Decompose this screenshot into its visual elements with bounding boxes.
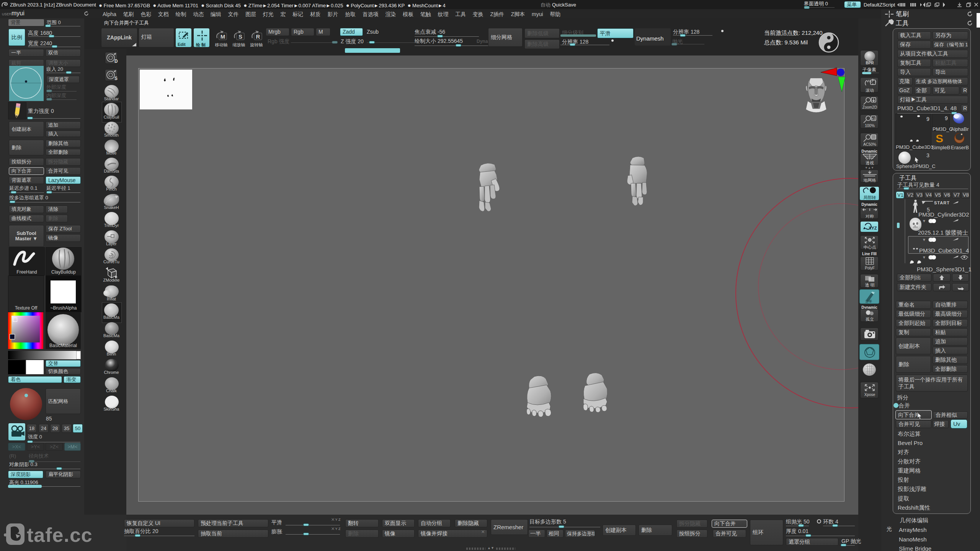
svg-text:XYZ: XYZ bbox=[869, 226, 877, 230]
svg-text:S: S bbox=[936, 132, 943, 145]
svg-text:tafe.cc: tafe.cc bbox=[27, 524, 93, 546]
svg-text:D: D bbox=[114, 59, 118, 64]
svg-text:缩放轴: 缩放轴 bbox=[233, 42, 245, 47]
svg-text:逐帯: 逐帯 bbox=[865, 300, 872, 303]
svg-text:S: S bbox=[114, 76, 118, 81]
svg-text:移动轴: 移动轴 bbox=[215, 42, 228, 47]
svg-text:旋转轴: 旋转轴 bbox=[250, 42, 263, 47]
svg-text:x1: x1 bbox=[872, 117, 875, 121]
svg-text:M: M bbox=[220, 33, 225, 40]
svg-text:R: R bbox=[256, 33, 260, 40]
svg-text:S: S bbox=[238, 33, 242, 40]
